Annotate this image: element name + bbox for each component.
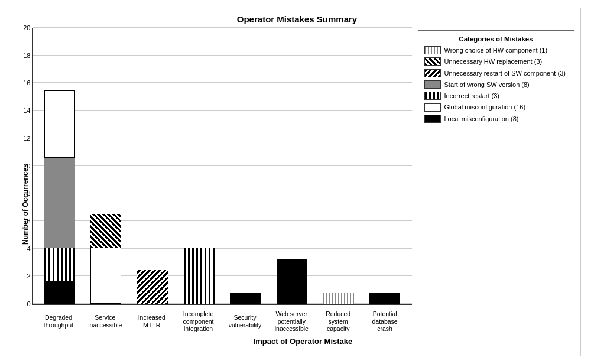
y-tick: 18 [17,52,31,59]
y-tick: 2 [17,272,31,280]
legend-label: Global misconfiguration (16) [444,103,526,111]
plot-area: 02468101214161820 Degraded throughputSer… [32,28,574,346]
y-axis-label: Number of Occurrences [20,28,31,346]
y-tick: 20 [17,24,31,31]
legend-label: Unnecessary restart of SW component (3) [444,69,566,77]
bar-group [178,248,220,304]
legend: Categories of Mistakes Wrong choice of H… [418,30,574,131]
bar-segment-wrong-hw [323,292,354,304]
legend-swatch-unnec-restart-sw [424,69,441,77]
x-label: Increased MTTR [131,305,173,336]
bar-segment-local-misc [230,292,261,304]
legend-label: Unnecessary HW replacement (3) [444,57,543,66]
bar-segment-wrong-sw [44,158,75,248]
bar-stack [90,214,121,304]
bar-group [85,214,127,304]
legend-item: Global misconfiguration (16) [424,103,568,111]
legend-label: Incorrect restart (3) [444,92,500,100]
legend-swatch-incorrect-restart [424,92,441,100]
bar-segment-unnec-hw [90,214,121,248]
bar-stack [323,292,354,304]
x-axis-title: Impact of Operator Mistake [32,337,574,346]
legend-label: Start of wrong SW version (8) [444,80,530,89]
bar-group [225,292,267,304]
chart-title: Operator Mistakes Summary [20,14,574,24]
y-tick: 12 [17,135,31,142]
bar-segment-local-misc [369,292,400,304]
y-tick: 6 [17,217,31,225]
bars-row [33,28,412,304]
x-label: Reduced system capacity [317,305,359,336]
legend-item: Unnecessary restart of SW component (3) [424,69,568,77]
legend-items: Wrong choice of HW component (1)Unnecess… [424,46,568,123]
y-tick: 16 [17,79,31,86]
y-tick: 14 [17,107,31,114]
bar-stack [369,292,400,304]
y-tick: 8 [17,190,31,197]
bar-stack [277,259,307,304]
grid-and-bars: 02468101214161820 [32,28,412,305]
x-labels: Degraded throughputService inaccessibleI… [32,305,412,336]
legend-swatch-local-misc [424,115,441,123]
bar-group [364,292,406,304]
x-label: Security vulnerability [224,305,266,336]
x-label: Incomplete component integration [177,305,219,336]
y-tick: 10 [17,162,31,170]
x-label: Service inaccessible [84,305,126,336]
bar-segment-local-misc [44,281,75,304]
bar-stack [44,90,75,304]
legend-item: Start of wrong SW version (8) [424,80,568,89]
x-label: Potential database crash [364,305,406,336]
bar-segment-incorrect-restart [44,248,75,281]
x-label: Web server potentially inaccessible [271,305,313,336]
bar-stack [137,270,168,304]
bar-group [271,259,313,304]
legend-item: Wrong choice of HW component (1) [424,46,568,54]
legend-swatch-global-misc [424,103,441,112]
bar-segment-global-misc [90,248,121,304]
legend-swatch-wrong-hw [424,46,441,54]
legend-item: Local misconfiguration (8) [424,115,568,123]
legend-label: Local misconfiguration (8) [444,115,519,123]
legend-title: Categories of Mistakes [424,35,568,43]
bar-segment-incorrect-restart [184,248,215,304]
bar-segment-unnec-restart-sw [137,270,168,304]
bar-group [39,90,81,304]
chart-container: Operator Mistakes Summary Number of Occu… [14,8,581,356]
bar-segment-local-misc [277,259,307,304]
legend-item: Unnecessary HW replacement (3) [424,57,568,66]
graph-section: 02468101214161820 Degraded throughputSer… [32,28,412,336]
bar-stack [230,292,261,304]
bar-group [317,292,359,304]
legend-swatch-wrong-sw [424,80,441,89]
bar-segment-global-misc [44,90,75,158]
bar-stack [184,248,215,304]
legend-label: Wrong choice of HW component (1) [444,46,548,54]
x-label: Degraded throughput [38,305,80,336]
legend-item: Incorrect restart (3) [424,92,568,100]
y-tick: 0 [17,300,31,307]
bar-group [132,270,174,304]
y-tick: 4 [17,245,31,252]
legend-swatch-unnec-hw [424,57,441,66]
graph-and-legend: 02468101214161820 Degraded throughputSer… [32,28,574,336]
